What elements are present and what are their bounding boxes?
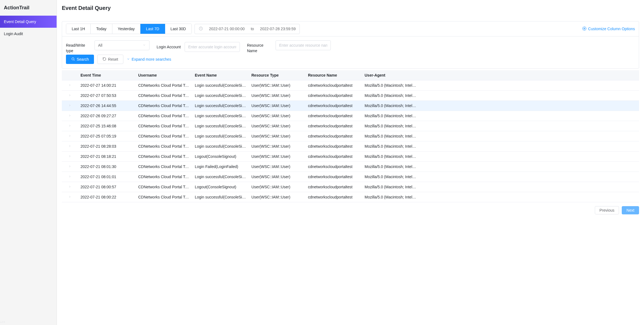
cell-resource-name: cdnetworkscloudportaltest <box>305 192 362 202</box>
reset-button-label: Reset <box>108 57 118 61</box>
row-expand-toggle[interactable] <box>62 101 78 111</box>
row-expand-toggle[interactable] <box>62 80 78 91</box>
sidebar: ActionTrail Event Detail QueryLogin Audi… <box>0 0 57 325</box>
cell-event-name: Login successful(ConsoleSig… <box>192 131 249 141</box>
customize-columns-link[interactable]: Customize Column Options <box>582 26 635 32</box>
cell-user-agent: Mozilla/5.0 (Macintosh; Intel… <box>362 91 639 101</box>
cell-user-agent: Mozilla/5.0 (Macintosh; Intel… <box>362 101 639 111</box>
cell-username: CDNetworks Cloud Portal Tes… <box>135 162 192 172</box>
table-header-username[interactable]: Username <box>135 70 192 80</box>
range-tab-last-7d[interactable]: Last 7D <box>140 24 165 34</box>
row-expand-toggle[interactable] <box>62 182 78 192</box>
cell-resource-type: User(WSC::IAM::User) <box>249 162 305 172</box>
chevron-down-icon <box>127 57 130 61</box>
cell-user-agent: Mozilla/5.0 (Macintosh; Intel… <box>362 121 639 131</box>
range-tab-today[interactable]: Today <box>91 24 112 34</box>
cell-username: CDNetworks Cloud Portal Tes… <box>135 192 192 202</box>
table-row[interactable]: 2022-07-25 15:46:08CDNetworks Cloud Port… <box>62 121 639 131</box>
table-header-user-agent[interactable]: User-Agent <box>362 70 639 80</box>
table-row[interactable]: 2022-07-21 08:01:30CDNetworks Cloud Port… <box>62 162 639 172</box>
cell-event-time: 2022-07-21 08:28:03 <box>78 141 135 152</box>
chevron-down-icon <box>143 43 146 47</box>
cell-user-agent: Mozilla/5.0 (Macintosh; Intel… <box>362 141 639 152</box>
table-row[interactable]: 2022-07-27 14:00:21CDNetworks Cloud Port… <box>62 80 639 91</box>
cell-user-agent: Mozilla/5.0 (Macintosh; Intel… <box>362 131 639 141</box>
row-expand-toggle[interactable] <box>62 131 78 141</box>
cell-resource-name: cdnetworkscloudportaltest <box>305 182 362 192</box>
row-expand-toggle[interactable] <box>62 192 78 202</box>
previous-button[interactable]: Previous <box>595 206 619 214</box>
cell-event-time: 2022-07-21 08:18:21 <box>78 152 135 162</box>
cell-user-agent: Mozilla/5.0 (Macintosh; Intel… <box>362 80 639 91</box>
cell-username: CDNetworks Cloud Portal Tes… <box>135 91 192 101</box>
row-expand-toggle[interactable] <box>62 111 78 121</box>
row-expand-toggle[interactable] <box>62 172 78 182</box>
sidebar-item-login-audit[interactable]: Login Audit <box>0 28 57 40</box>
table-row[interactable]: 2022-07-27 07:50:53CDNetworks Cloud Port… <box>62 91 639 101</box>
cell-user-agent: Mozilla/5.0 (Macintosh; Intel… <box>362 172 639 182</box>
row-expand-toggle[interactable] <box>62 91 78 101</box>
cell-event-name: Login successful(ConsoleSig… <box>192 141 249 152</box>
table-header-resource-type[interactable]: Resource Type <box>249 70 305 80</box>
table-header-row: Event Time Username Event Name Resource … <box>62 70 639 80</box>
search-button[interactable]: Search <box>66 55 94 64</box>
chevron-right-icon <box>68 83 71 88</box>
resource-name-input-wrap <box>276 40 331 50</box>
read-write-value: All <box>98 43 102 47</box>
table-row[interactable]: 2022-07-21 08:28:03CDNetworks Cloud Port… <box>62 141 639 152</box>
table-row[interactable]: 2022-07-21 08:18:21CDNetworks Cloud Port… <box>62 152 639 162</box>
cell-event-time: 2022-07-25 07:05:19 <box>78 131 135 141</box>
svg-point-2 <box>72 58 74 60</box>
row-expand-toggle[interactable] <box>62 152 78 162</box>
row-expand-toggle[interactable] <box>62 162 78 172</box>
query-actions: Search Reset Expand more searches <box>62 54 639 68</box>
range-tab-yesterday[interactable]: Yesterday <box>112 24 141 34</box>
field-label-read-write: Read/Write type <box>66 40 91 54</box>
customize-columns-label: Customize Column Options <box>588 27 635 31</box>
row-expand-toggle[interactable] <box>62 121 78 131</box>
table-row[interactable]: 2022-07-26 14:44:55CDNetworks Cloud Port… <box>62 101 639 111</box>
sidebar-item-event-detail-query[interactable]: Event Detail Query <box>0 16 57 28</box>
table-row[interactable]: 2022-07-21 08:00:57CDNetworks Cloud Port… <box>62 182 639 192</box>
cell-event-name: Login successful(ConsoleSig… <box>192 101 249 111</box>
cell-username: CDNetworks Cloud Portal Tes… <box>135 182 192 192</box>
chevron-right-icon <box>68 134 71 138</box>
chevron-right-icon <box>68 195 71 199</box>
range-tab-last-1h[interactable]: Last 1H <box>66 24 91 34</box>
table-row[interactable]: 2022-07-21 08:00:22CDNetworks Cloud Port… <box>62 192 639 202</box>
expand-more-searches-link[interactable]: Expand more searches <box>127 57 171 61</box>
table-row[interactable]: 2022-07-21 08:01:01CDNetworks Cloud Port… <box>62 172 639 182</box>
login-account-input[interactable] <box>188 45 236 49</box>
table-header-event-time[interactable]: Event Time <box>78 70 135 80</box>
cell-username: CDNetworks Cloud Portal Tes… <box>135 121 192 131</box>
next-button[interactable]: Next <box>622 206 639 214</box>
cell-event-time: 2022-07-27 14:00:21 <box>78 80 135 91</box>
cell-resource-type: User(WSC::IAM::User) <box>249 80 305 91</box>
search-icon <box>71 57 75 62</box>
read-write-select[interactable]: All <box>95 40 149 50</box>
date-range-picker[interactable]: 2022-07-21 00:00:00 to 2022-07-28 23:59:… <box>195 24 300 34</box>
gear-icon <box>582 26 587 32</box>
resource-name-input[interactable] <box>279 43 327 47</box>
cell-resource-type: User(WSC::IAM::User) <box>249 152 305 162</box>
reset-button[interactable]: Reset <box>97 55 123 64</box>
table-header-resource-name[interactable]: Resource Name <box>305 70 362 80</box>
cell-resource-type: User(WSC::IAM::User) <box>249 192 305 202</box>
cell-resource-name: cdnetworkscloudportaltest <box>305 131 362 141</box>
table-header-event-name[interactable]: Event Name <box>192 70 249 80</box>
table-row[interactable]: 2022-07-25 07:05:19CDNetworks Cloud Port… <box>62 131 639 141</box>
pagination: Previous Next <box>62 202 639 214</box>
time-range-tabs: Last 1HTodayYesterdayLast 7DLast 30D <box>66 24 192 34</box>
cell-event-time: 2022-07-27 07:50:53 <box>78 91 135 101</box>
row-expand-toggle[interactable] <box>62 141 78 152</box>
query-panel: Last 1HTodayYesterdayLast 7DLast 30D 202… <box>62 21 639 69</box>
cell-username: CDNetworks Cloud Portal Tes… <box>135 141 192 152</box>
cell-resource-name: cdnetworkscloudportaltest <box>305 121 362 131</box>
page-title: Event Detail Query <box>57 0 644 14</box>
cell-event-time: 2022-07-21 08:01:30 <box>78 162 135 172</box>
chevron-right-icon <box>68 175 71 179</box>
table-row[interactable]: 2022-07-26 09:27:27CDNetworks Cloud Port… <box>62 111 639 121</box>
svg-point-1 <box>584 28 585 29</box>
cell-event-name: Login successful(ConsoleSig… <box>192 111 249 121</box>
range-tab-last-30d[interactable]: Last 30D <box>165 24 191 34</box>
